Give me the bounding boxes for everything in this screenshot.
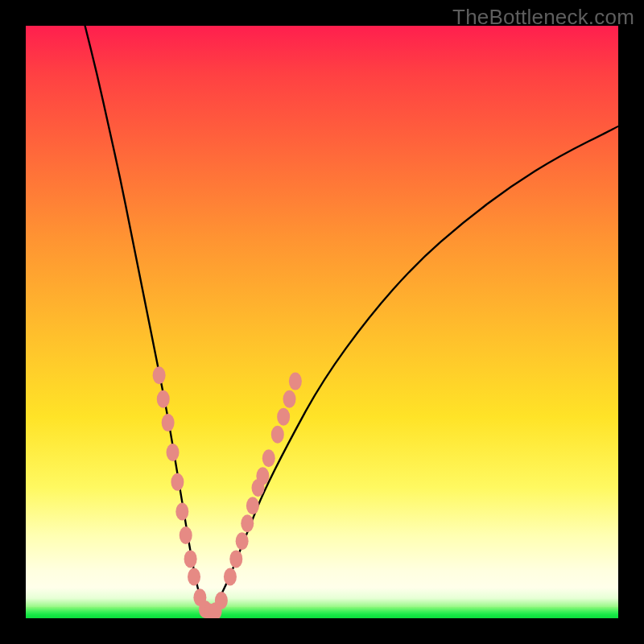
highlight-dot (236, 532, 249, 550)
plot-area (26, 26, 618, 618)
highlight-dot (157, 390, 170, 408)
highlight-dot (283, 390, 296, 408)
highlight-dot (162, 414, 175, 431)
highlight-dot (277, 408, 290, 426)
highlight-dot (262, 449, 275, 467)
bottleneck-curve-left (85, 26, 210, 615)
highlight-dot (188, 568, 200, 585)
highlight-dot (241, 514, 254, 532)
watermark-text: TheBottleneck.com (452, 5, 634, 30)
highlight-dot (184, 550, 197, 568)
highlight-dot (153, 366, 166, 384)
curve-layer (26, 26, 618, 618)
highlight-dots-group (153, 366, 302, 618)
highlight-dot (167, 444, 180, 461)
highlight-dot (171, 473, 184, 491)
bottleneck-curve-right (209, 126, 618, 615)
chart-frame: TheBottleneck.com (0, 0, 644, 644)
highlight-dot (224, 568, 237, 585)
highlight-dot (271, 426, 284, 444)
highlight-dot (289, 373, 302, 390)
highlight-dot (246, 497, 259, 514)
highlight-dot (175, 503, 188, 521)
highlight-dot (229, 550, 242, 568)
highlight-dot (256, 467, 269, 485)
highlight-dot (180, 526, 192, 544)
highlight-dot (215, 592, 228, 609)
